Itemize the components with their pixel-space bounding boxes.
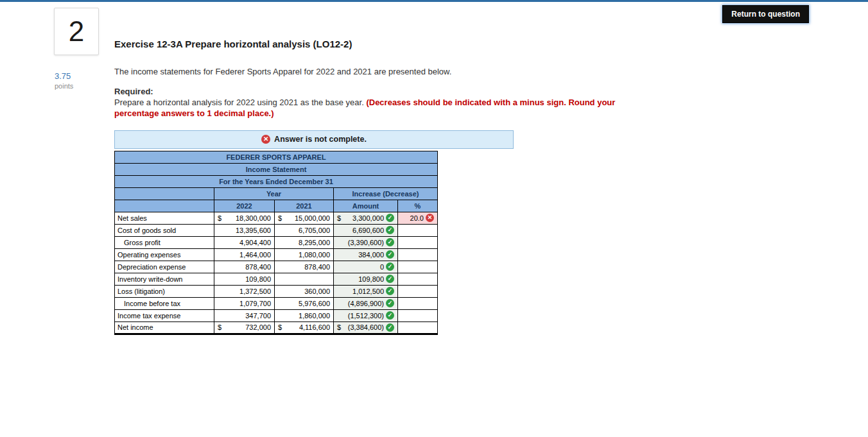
percent-input-cell[interactable] <box>398 273 438 285</box>
amount-input-cell[interactable]: 1,012,500✓ <box>334 285 398 297</box>
row-label: Net sales <box>115 212 214 224</box>
cell-value: 1,079,700 <box>239 300 271 307</box>
table-row: Net income$732,000$4,116,600$(3,384,600)… <box>115 321 438 334</box>
cell-2022: 878,400 <box>214 261 275 273</box>
table-row: Loss (litigation)1,372,500360,0001,012,5… <box>115 285 438 297</box>
percent-input-cell[interactable] <box>398 321 438 334</box>
col-header-amount: Amount <box>334 200 398 212</box>
percent-input-cell[interactable] <box>398 297 438 309</box>
amount-input-cell[interactable]: $3,300,000✓ <box>334 212 398 224</box>
cell-value: 3,300,000 <box>352 214 384 222</box>
check-circle-icon: ✓ <box>386 287 394 295</box>
cell-value: 18,300,000 <box>236 214 271 222</box>
row-label: Net income <box>115 321 214 334</box>
cell-2022: 347,700 <box>214 309 275 321</box>
cell-value: 109,800 <box>245 275 271 283</box>
cell-value: 878,400 <box>245 263 271 271</box>
cell-value: 15,000,000 <box>295 214 330 222</box>
amount-input-cell[interactable]: 0✓ <box>334 261 398 273</box>
row-label: Gross profit <box>115 236 214 248</box>
percent-input-cell[interactable] <box>398 248 438 261</box>
percent-input-cell[interactable] <box>398 261 438 273</box>
cell-value: 13,395,600 <box>236 227 271 234</box>
dollar-sign: $ <box>278 323 282 331</box>
empty-header-cell <box>115 187 214 200</box>
table-row: Operating expenses1,464,0001,080,000384,… <box>115 248 438 261</box>
check-circle-icon: ✓ <box>386 299 394 307</box>
cell-value: 4,904,400 <box>239 239 271 246</box>
empty-header-cell <box>115 200 214 212</box>
required-text: Prepare a horizontal analysis for 2022 u… <box>114 98 618 119</box>
table-title-row: FEDERER SPORTS APPAREL <box>115 151 438 163</box>
percent-input-cell[interactable] <box>398 309 438 321</box>
top-accent-bar <box>0 0 868 2</box>
cell-value: 360,000 <box>304 287 330 295</box>
question-content: Exercise 12-3A Prepare horizontal analys… <box>114 39 634 335</box>
dollar-sign: $ <box>218 323 221 331</box>
dollar-sign: $ <box>278 214 282 222</box>
table-row: Income tax expense347,7001,860,000(1,512… <box>115 309 438 321</box>
row-label: Inventory write-down <box>115 273 214 285</box>
page: Return to question 2 3.75 points Exercis… <box>0 0 868 437</box>
cell-value: 109,800 <box>358 275 384 283</box>
table-subtitle-row: Income Statement <box>115 163 438 175</box>
points-value: 3.75 <box>55 71 73 81</box>
check-circle-icon: ✓ <box>386 262 394 271</box>
amount-input-cell[interactable]: 6,690,600✓ <box>334 224 398 236</box>
required-label: Required: <box>114 87 634 96</box>
cell-2022: 1,079,700 <box>214 297 275 309</box>
income-statement-table: FEDERER SPORTS APPAREL Income Statement … <box>114 151 438 335</box>
amount-input-cell[interactable]: (3,390,600)✓ <box>334 236 398 248</box>
dollar-sign: $ <box>337 323 341 331</box>
percent-input-cell[interactable] <box>398 224 438 236</box>
check-circle-icon: ✓ <box>386 238 394 246</box>
cell-2022: 109,800 <box>214 273 275 285</box>
check-circle-icon: ✓ <box>386 275 394 283</box>
col-header-percent: % <box>398 200 438 212</box>
table-row: Cost of goods sold13,395,6006,705,0006,6… <box>115 224 438 236</box>
cell-value: 0 <box>380 263 384 271</box>
column-header-row: 2022 2021 Amount % <box>115 200 438 212</box>
answer-status-text: Answer is not complete. <box>274 135 367 144</box>
cell-value: (1,512,300) <box>348 312 384 320</box>
return-to-question-button[interactable]: Return to question <box>722 5 809 23</box>
points-block: 3.75 points <box>55 71 73 90</box>
cell-2021: 360,000 <box>275 285 334 297</box>
table-period: For the Years Ended December 31 <box>115 175 438 187</box>
row-label: Cost of goods sold <box>115 224 214 236</box>
group-header-row: Year Increase (Decrease) <box>115 187 438 200</box>
cell-value: 6,705,000 <box>299 227 330 234</box>
cell-2022: 1,372,500 <box>214 285 275 297</box>
amount-input-cell[interactable]: (4,896,900)✓ <box>334 297 398 309</box>
check-circle-icon: ✓ <box>386 214 394 222</box>
amount-input-cell[interactable]: 109,800✓ <box>334 273 398 285</box>
percent-input-cell[interactable] <box>398 236 438 248</box>
amount-input-cell[interactable]: (1,512,300)✓ <box>334 309 398 321</box>
amount-input-cell[interactable]: 384,000✓ <box>334 248 398 261</box>
cell-value: 4,116,600 <box>299 323 330 331</box>
cell-value: 1,464,000 <box>239 251 271 259</box>
row-label: Loss (litigation) <box>115 285 214 297</box>
cell-2021: 1,080,000 <box>275 248 334 261</box>
percent-input-cell[interactable] <box>398 285 438 297</box>
cell-2021: $4,116,600 <box>275 321 334 334</box>
check-circle-icon: ✓ <box>386 226 394 234</box>
question-number-box: 2 <box>54 8 99 55</box>
cell-value: 1,860,000 <box>299 312 330 320</box>
table-title: FEDERER SPORTS APPAREL <box>115 151 438 163</box>
cell-value: (4,896,900) <box>348 300 384 307</box>
percent-input-cell[interactable]: 20.0✕ <box>398 212 438 224</box>
cell-2021: 5,976,600 <box>275 297 334 309</box>
cell-value: 5,976,600 <box>299 300 330 307</box>
amount-input-cell[interactable]: $(3,384,600)✓ <box>334 321 398 334</box>
cell-value: 8,295,000 <box>299 239 330 246</box>
answer-status-banner: ✕ Answer is not complete. <box>114 130 514 149</box>
cell-value: 347,700 <box>245 312 271 320</box>
table-row: Inventory write-down109,800109,800✓ <box>115 273 438 285</box>
required-block: Required: Prepare a horizontal analysis … <box>114 87 634 119</box>
table-period-row: For the Years Ended December 31 <box>115 175 438 187</box>
table-subtitle: Income Statement <box>115 163 438 175</box>
dollar-sign: $ <box>218 214 221 222</box>
table-row: Depreciation expense878,400878,4000✓ <box>115 261 438 273</box>
check-circle-icon: ✓ <box>386 250 394 259</box>
